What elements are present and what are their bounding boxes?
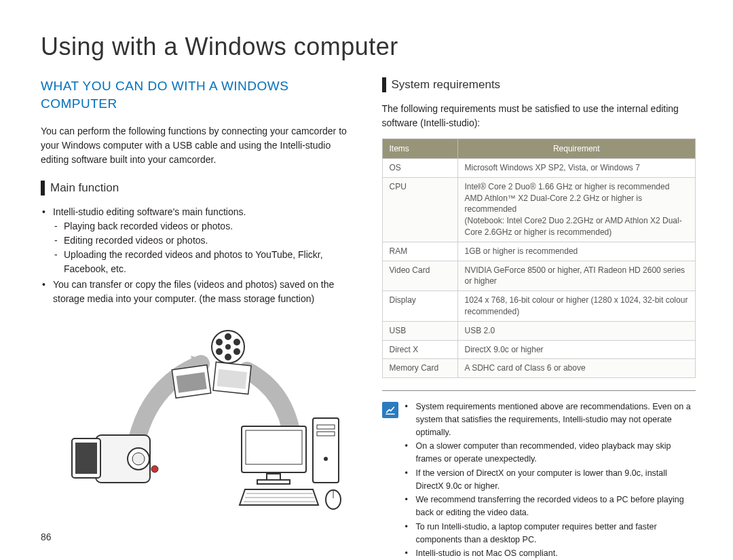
- table-header-requirement: Requirement: [457, 139, 696, 159]
- table-cell-requirement: A SDHC card of Class 6 or above: [457, 359, 696, 378]
- list-item: Playing back recorded videos or photos.: [53, 219, 355, 234]
- table-cell-requirement: USB 2.0: [457, 321, 696, 340]
- table-cell-requirement: Microsoft Windows XP SP2, Vista, or Wind…: [457, 159, 696, 178]
- section-bar-icon: [382, 77, 386, 92]
- svg-point-3: [225, 344, 231, 350]
- left-column: WHAT YOU CAN DO WITH A WINDOWS COMPUTER …: [41, 77, 355, 560]
- list-item: Uploading the recorded videos and photos…: [53, 248, 355, 276]
- table-row: CPUIntel® Core 2 Duo® 1.66 GHz or higher…: [382, 177, 696, 242]
- notes-list: System requirements mentioned above are …: [404, 400, 696, 560]
- list-item: If the version of DirectX on your comput…: [404, 467, 696, 493]
- page-number: 86: [41, 531, 52, 542]
- illustration-camcorder-to-pc: [41, 323, 355, 510]
- table-cell-item: USB: [382, 321, 457, 340]
- section-heading-windows: WHAT YOU CAN DO WITH A WINDOWS COMPUTER: [41, 77, 355, 112]
- table-cell-item: Video Card: [382, 261, 457, 291]
- svg-rect-13: [217, 369, 247, 389]
- list-item: To run Intelli-studio, a laptop computer…: [404, 521, 696, 546]
- table-cell-requirement: 1GB or higher is recommended: [457, 242, 696, 261]
- main-function-list: Intelli-studio editing software's main f…: [41, 205, 355, 306]
- list-item: We recommend transferring the recorded v…: [404, 493, 696, 519]
- list-item-text: Intelli-studio editing software's main f…: [53, 206, 246, 217]
- svg-point-19: [151, 466, 158, 472]
- list-item: System requirements mentioned above are …: [404, 400, 696, 438]
- svg-rect-23: [257, 480, 290, 484]
- note-box: System requirements mentioned above are …: [382, 390, 696, 560]
- table-cell-requirement: 1024 x 768, 16-bit colour or higher (128…: [457, 291, 696, 322]
- requirements-table: Items Requirement OSMicrosoft Windows XP…: [382, 138, 696, 378]
- svg-rect-21: [246, 430, 302, 464]
- right-column: System requirements The following requir…: [382, 77, 696, 560]
- list-item: On a slower computer than recommended, v…: [404, 440, 696, 466]
- subsection-system-requirements: System requirements: [382, 77, 696, 92]
- table-row: USBUSB 2.0: [382, 321, 696, 340]
- subsection-label: Main function: [50, 181, 119, 195]
- table-row: OSMicrosoft Windows XP SP2, Vista, or Wi…: [382, 159, 696, 178]
- table-row: Display1024 x 768, 16-bit colour or high…: [382, 291, 696, 322]
- table-header-items: Items: [382, 139, 457, 159]
- note-icon: [382, 402, 398, 418]
- svg-point-5: [233, 339, 240, 346]
- svg-point-18: [132, 453, 145, 465]
- section-bar-icon: [41, 181, 45, 195]
- table-cell-item: OS: [382, 159, 457, 178]
- list-item: Intelli-studio editing software's main f…: [41, 205, 355, 276]
- table-row: RAM1GB or higher is recommended: [382, 242, 696, 261]
- list-item: Intelli-studio is not Mac OS compliant.: [404, 547, 696, 560]
- table-cell-requirement: NVIDIA GeForce 8500 or higher, ATI Radeo…: [457, 261, 696, 291]
- list-item: You can transfer or copy the files (vide…: [41, 278, 355, 306]
- subsection-main-function: Main function: [41, 181, 355, 195]
- table-row: Memory CardA SDHC card of Class 6 or abo…: [382, 359, 696, 378]
- subsection-label: System requirements: [392, 78, 501, 92]
- svg-rect-16: [75, 443, 97, 474]
- intro-paragraph: You can perform the following functions …: [41, 124, 355, 167]
- svg-point-4: [225, 333, 231, 340]
- page-title: Using with a Windows computer: [41, 33, 696, 61]
- table-cell-requirement: DirectX 9.0c or higher: [457, 340, 696, 359]
- table-row: Video CardNVIDIA GeForce 8500 or higher,…: [382, 261, 696, 291]
- svg-point-27: [324, 457, 328, 461]
- table-cell-item: Display: [382, 291, 457, 322]
- table-cell-item: Direct X: [382, 340, 457, 359]
- svg-point-9: [216, 339, 223, 346]
- table-row: Direct XDirectX 9.0c or higher: [382, 340, 696, 359]
- requirements-intro: The following requirements must be satis…: [382, 102, 696, 130]
- table-cell-requirement: Intel® Core 2 Duo® 1.66 GHz or higher is…: [457, 177, 696, 242]
- svg-point-8: [216, 348, 223, 355]
- table-cell-item: RAM: [382, 242, 457, 261]
- svg-point-7: [225, 354, 231, 360]
- svg-point-6: [233, 348, 240, 355]
- table-cell-item: Memory Card: [382, 359, 457, 378]
- table-cell-item: CPU: [382, 177, 457, 242]
- list-item: Editing recorded videos or photos.: [53, 234, 355, 248]
